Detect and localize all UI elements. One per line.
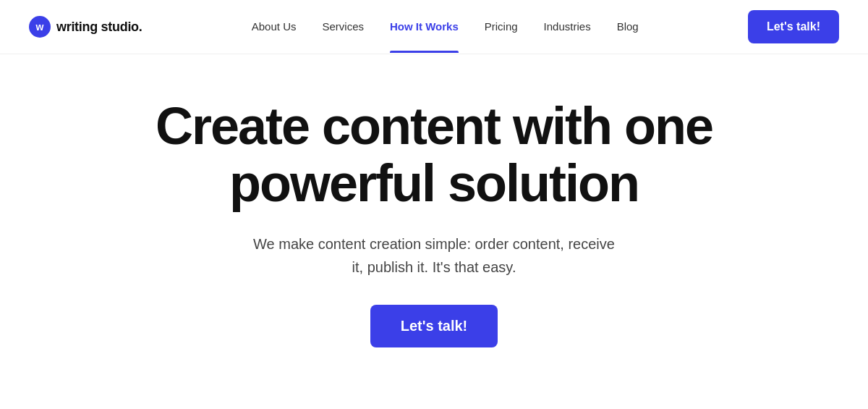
nav-link-blog[interactable]: Blog	[617, 20, 639, 33]
nav-item-about: About Us	[252, 20, 297, 33]
hero-title: Create content with one powerful solutio…	[156, 98, 712, 212]
logo-text: writing studio.	[56, 20, 142, 35]
nav-item-pricing: Pricing	[485, 20, 518, 33]
hero-title-line2: powerful solution	[229, 154, 639, 212]
hero-section: Create content with one powerful solutio…	[0, 54, 868, 376]
hero-title-line1: Create content with one	[156, 97, 712, 155]
nav-item-blog: Blog	[617, 20, 639, 33]
navbar: w writing studio. About Us Services How …	[0, 0, 868, 54]
nav-links: About Us Services How It Works Pricing I…	[252, 20, 639, 33]
hero-subtitle: We make content creation simple: order c…	[253, 232, 615, 279]
logo[interactable]: w writing studio.	[29, 16, 142, 38]
nav-link-services[interactable]: Services	[322, 20, 364, 33]
nav-item-services: Services	[322, 20, 364, 33]
nav-item-how-it-works: How It Works	[390, 20, 459, 33]
hero-cta-button[interactable]: Let's talk!	[370, 305, 498, 347]
nav-cta-button[interactable]: Let's talk!	[748, 10, 839, 43]
nav-link-pricing[interactable]: Pricing	[485, 20, 518, 33]
nav-link-about[interactable]: About Us	[252, 20, 297, 33]
nav-link-how-it-works[interactable]: How It Works	[390, 20, 459, 33]
nav-item-industries: Industries	[544, 20, 591, 33]
logo-icon: w	[29, 16, 51, 38]
nav-link-industries[interactable]: Industries	[544, 20, 591, 33]
